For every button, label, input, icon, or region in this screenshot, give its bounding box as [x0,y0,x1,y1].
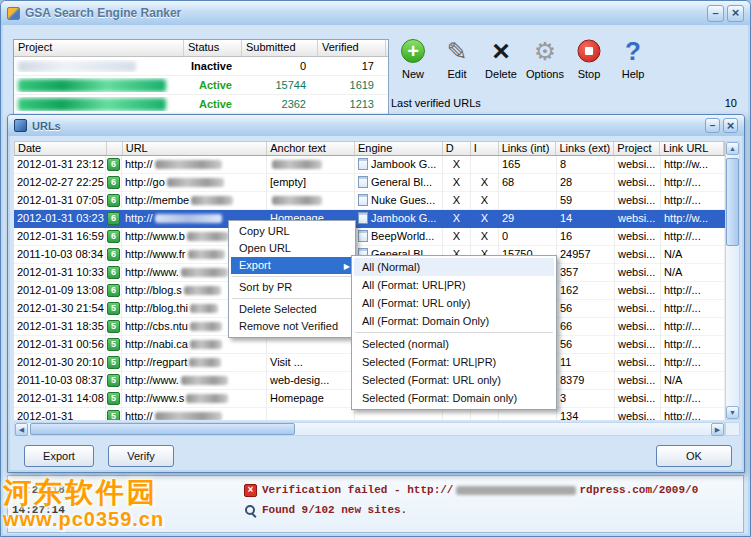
cell-project: websi... [615,174,661,192]
toolbar-options-button[interactable]: Options [523,35,567,80]
url-prefix: http://blog.thi [125,302,188,314]
toolbar-delete-button[interactable]: Delete [479,35,523,80]
url-column-d[interactable]: D [443,142,471,155]
toolbar-help-button[interactable]: Help [611,35,655,80]
url-row[interactable]: 2012-02-27 22:256http://go[empty]General… [14,174,725,192]
horizontal-scrollbar[interactable] [14,422,725,436]
projects-column-submitted[interactable]: Submitted [242,40,318,56]
urls-minimize-button[interactable] [705,118,720,133]
options-icon [523,35,567,67]
menu-item-remove-not-verified[interactable]: Remove not Verified [231,318,353,335]
url-row[interactable]: 2012-01-31 07:056http://membeNuke Gues..… [14,192,725,210]
vertical-scroll-thumb[interactable] [726,158,739,246]
pr-badge: 6 [107,158,120,171]
toolbar-new-button[interactable]: New [391,35,435,80]
scroll-right-icon[interactable] [711,423,724,436]
cell-engine: Nuke Gues... [355,192,443,210]
minimize-icon [712,7,718,19]
url-prefix: http://blog.s [125,284,182,296]
export-button[interactable]: Export [24,445,94,467]
cell-date: 2012-01-31 03:23 [14,210,106,228]
url-column-pr[interactable] [107,142,123,155]
menu-item-delete-selected[interactable]: Delete Selected [231,301,353,318]
horizontal-scroll-thumb[interactable] [30,423,295,435]
cell-link-url: http://... [661,390,725,408]
url-prefix: http://www.fr [125,248,186,260]
cell-links-ext: 59 [557,192,615,210]
toolbar-edit-button[interactable]: Edit [435,35,479,80]
cell-project: websi... [615,156,661,174]
project-submitted: 2362 [242,98,318,110]
engine-icon [358,194,368,206]
submenu-item-all-format-url-only[interactable]: All (Format: URL only) [354,294,554,312]
cell-pr: 5 [106,354,122,372]
pr-badge: 6 [107,266,120,279]
project-row[interactable]: Active157441619 [14,76,388,95]
submenu-item-selected-normal[interactable]: Selected (normal) [354,335,554,353]
minimize-button[interactable] [707,5,724,22]
cell-date: 2012-01-31 00:56 [14,336,106,354]
url-column-engine[interactable]: Engine [355,142,443,155]
cell-links-ext: 8379 [557,372,615,390]
url-column-links-ext[interactable]: Links (ext) [556,142,614,155]
toolbar-stop-button[interactable]: Stop [567,35,611,80]
url-row[interactable]: 2012-01-31 03:236http://HomepageJambook … [14,210,725,228]
cell-dofollow: X [443,210,471,228]
submenu-item-selected-format-url-only[interactable]: Selected (Format: URL only) [354,371,554,389]
toolbar-label-new: New [391,68,435,80]
scroll-down-icon[interactable] [726,406,739,419]
menu-item-export[interactable]: Export▶ [231,257,353,274]
help-icon [611,35,655,67]
url-column-date[interactable]: Date [15,142,107,155]
cell-url: http://regpart [122,354,267,372]
log-text: Found 9/102 new sites. [262,504,407,516]
vertical-scrollbar[interactable] [725,141,740,420]
close-button[interactable] [727,5,744,22]
cell-date: 2012-01-31 [14,408,106,421]
projects-column-verified[interactable]: Verified [318,40,386,56]
verify-button[interactable]: Verify [108,445,174,467]
engine-name: Jambook G... [371,158,436,170]
scroll-up-icon[interactable] [726,142,739,155]
url-column-link-url[interactable]: Link URL [660,142,724,155]
urls-close-button[interactable] [723,118,738,133]
url-row[interactable]: 2012-01-31 23:126http://Jambook G...X165… [14,156,725,174]
menu-item-sort-by-pr[interactable]: Sort by PR [231,279,353,296]
stop-icon [567,35,611,67]
projects-column-project[interactable]: Project [14,40,184,56]
main-titlebar[interactable]: GSA Search Engine Ranker [1,1,750,25]
menu-item-open-url[interactable]: Open URL [231,240,353,257]
submenu-item-all-normal[interactable]: All (Normal) [354,258,554,276]
cell-pr: 6 [106,192,122,210]
url-column-url[interactable]: URL [123,142,268,155]
url-column-project[interactable]: Project [614,142,660,155]
submenu-item-selected-format-domain-only[interactable]: Selected (Format: Domain only) [354,389,554,407]
url-row[interactable]: 2012-01-31 16:596http://www.bBeepWorld..… [14,228,725,246]
url-column-anchor-text[interactable]: Anchor text [267,142,355,155]
project-submitted: 15744 [242,79,318,91]
project-verified: 17 [318,60,386,72]
scroll-left-icon[interactable] [15,423,28,436]
submenu-item-all-format-url-pr[interactable]: All (Format: URL|PR) [354,276,554,294]
cell-url: http://membe [122,192,267,210]
pr-badge: 6 [107,176,120,189]
url-prefix: http://go [125,176,165,188]
menu-item-copy-url[interactable]: Copy URL [231,223,353,240]
url-column-i[interactable]: I [471,142,499,155]
url-column-links-int[interactable]: Links (int) [499,142,557,155]
redacted-url [190,322,222,331]
submenu-item-all-format-domain-only[interactable]: All (Format: Domain Only) [354,312,554,330]
redacted-anchor [272,196,322,205]
project-row[interactable]: Inactive017 [14,57,388,76]
cell-date: 2012-01-31 16:59 [14,228,106,246]
cell-project: websi... [615,336,661,354]
cell-dofollow: X [443,192,471,210]
cell-anchor [267,408,355,421]
submenu-item-selected-format-url-pr[interactable]: Selected (Format: URL|PR) [354,353,554,371]
scrollbar-corner [725,422,740,436]
cell-project: websi... [615,300,661,318]
urls-titlebar[interactable]: URLs [8,115,744,136]
ok-button[interactable]: OK [656,445,732,467]
projects-column-status[interactable]: Status [184,40,242,56]
project-row[interactable]: Active23621213 [14,95,388,114]
